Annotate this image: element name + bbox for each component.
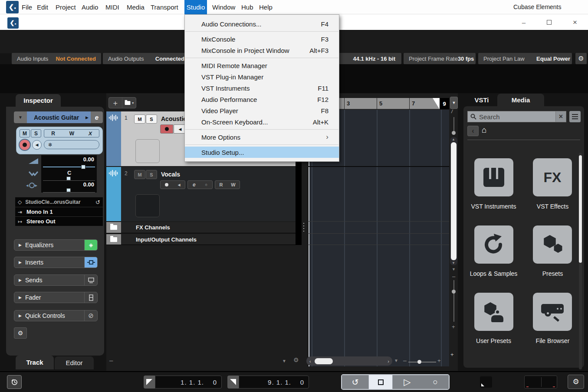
menu-project[interactable]: Project	[56, 0, 76, 14]
section-sends[interactable]: ▶ Sends	[14, 274, 98, 286]
stop-button[interactable]	[368, 375, 392, 389]
section-quick-controls[interactable]: ▶ Quick Controls ⊘	[14, 310, 98, 321]
track-preset-button[interactable]: ▾	[122, 98, 136, 108]
tab-vsti[interactable]: VSTi	[469, 94, 495, 107]
play-button[interactable]: ▷	[404, 377, 411, 387]
status-audio-outputs[interactable]: Audio Outputs Connected	[103, 53, 190, 64]
tempo-display[interactable]	[524, 376, 557, 389]
track-mute-button[interactable]: M	[134, 170, 145, 179]
menu-studio[interactable]: Studio	[184, 0, 207, 14]
tab-inspector[interactable]: Inspector	[16, 94, 61, 107]
menu-item-onscreen-keyboard[interactable]: On-Screen Keyboard...Alt+K	[185, 116, 339, 127]
scroll-up-icon[interactable]: ▲	[452, 137, 455, 141]
menu-midi[interactable]: MIDI	[105, 0, 119, 14]
fader-state-icon[interactable]	[84, 292, 97, 303]
ruler-options-icon[interactable]: ▼	[450, 97, 458, 109]
record-enable-button[interactable]	[19, 139, 31, 151]
section-fader[interactable]: ▶ Fader	[14, 292, 98, 303]
read-button[interactable]: R	[219, 182, 223, 187]
write-button[interactable]: W	[69, 131, 74, 137]
menu-item-studio-setup[interactable]: Studio Setup...	[185, 147, 339, 158]
back-icon[interactable]: ‹	[467, 126, 479, 136]
clock-icon[interactable]	[7, 376, 21, 389]
track-picture[interactable]	[135, 139, 160, 163]
equalizer-state-icon[interactable]: ◈	[84, 240, 97, 250]
track-row-vocals[interactable]: 2 M S Vocals ◀ e ○ R W	[106, 167, 296, 221]
menu-transport[interactable]: Transport	[151, 0, 178, 14]
tab-media[interactable]: Media	[497, 94, 544, 107]
home-icon[interactable]: ⌂	[482, 125, 486, 135]
h-zoom-thumb[interactable]	[417, 360, 421, 364]
mute-button[interactable]: M	[20, 129, 30, 137]
edit-channel-button[interactable]: e	[193, 182, 196, 188]
track-color-strip[interactable]	[106, 167, 121, 221]
zoom-in-label[interactable]: +	[437, 357, 441, 364]
minimize-button[interactable]: –	[517, 17, 530, 28]
waveform-zoom-thumb[interactable]	[452, 131, 456, 135]
track-name[interactable]: Vocals	[161, 171, 180, 178]
close-button[interactable]: ×	[568, 17, 581, 28]
section-equalizers[interactable]: ▶ Equalizers ◈	[14, 239, 98, 251]
project-end-marker[interactable]	[433, 98, 440, 109]
scroll-left-icon[interactable]: ‹	[309, 359, 311, 364]
inspector-track-name[interactable]: Acoustic Guitar ▶	[27, 111, 91, 123]
sends-state-icon[interactable]	[84, 275, 97, 285]
menu-item-audio-performance[interactable]: Audio PerformanceF12	[185, 94, 339, 105]
left-locator-display[interactable]: 1. 1. 1. 0	[155, 376, 222, 389]
search-box[interactable]: ×	[467, 111, 566, 122]
cycle-button[interactable]: ↻	[342, 375, 368, 389]
menu-edit[interactable]: Edit	[37, 0, 48, 14]
menu-item-mixconsole-project-window[interactable]: MixConsole in Project WindowAlt+F3	[185, 45, 339, 56]
track-record-button[interactable]	[160, 124, 173, 134]
track-color-strip[interactable]	[106, 111, 121, 166]
menu-audio[interactable]: Audio	[82, 0, 98, 14]
scroll-thumb[interactable]	[579, 155, 582, 263]
record-button[interactable]: ○	[433, 377, 437, 387]
track-mute-button[interactable]: M	[134, 114, 145, 124]
volume-thumb[interactable]	[81, 165, 85, 169]
menu-help[interactable]: Help	[259, 0, 273, 14]
add-track-button[interactable]: ＋	[109, 98, 122, 108]
folder-row-fx-channels[interactable]: FX Channels	[106, 222, 296, 233]
scroll-thumb[interactable]	[451, 142, 457, 260]
grid-zoom-in-label[interactable]: +	[450, 351, 454, 358]
left-locator-flag-icon[interactable]	[144, 376, 155, 389]
quick-controls-state-icon[interactable]: ⊘	[84, 310, 97, 321]
insert-state-icon[interactable]: ○	[205, 183, 207, 187]
media-scrollbar[interactable]	[579, 153, 582, 369]
menu-item-video-player[interactable]: Video PlayerF8	[185, 105, 339, 116]
status-pan-law[interactable]: Project Pan Law Equal Power	[478, 53, 572, 64]
status-audio-inputs[interactable]: Audio Inputs Not Connected	[12, 53, 101, 64]
input-routing-row[interactable]: ⇥ Mono In 1	[15, 207, 103, 216]
tile-vst-instruments[interactable]	[474, 158, 513, 196]
speaker-icon[interactable]: ◀	[177, 183, 180, 187]
search-input[interactable]	[479, 113, 544, 121]
h-zoom-slider[interactable]	[408, 362, 436, 363]
results-list-icon[interactable]	[569, 111, 581, 122]
track-preset-row[interactable]: ◇ StudioCle...orusGuitar ↺	[15, 197, 103, 207]
tile-user-presets[interactable]	[474, 293, 513, 331]
scroll-down-icon[interactable]: ▼	[452, 261, 455, 265]
edit-channel-button[interactable]: e	[91, 111, 103, 123]
horizontal-scrollbar[interactable]: ‹ ›	[306, 356, 392, 366]
menu-hub[interactable]: Hub	[241, 0, 253, 14]
track-solo-button[interactable]: S	[146, 170, 157, 179]
right-locator-flag-icon[interactable]	[227, 376, 239, 389]
tile-vst-effects[interactable]: FX	[533, 158, 572, 196]
tab-editor[interactable]: Editor	[55, 356, 94, 369]
tab-track[interactable]: Track	[16, 356, 54, 369]
clear-search-icon[interactable]: ×	[555, 111, 566, 122]
solo-button[interactable]: S	[31, 129, 41, 137]
volume-slider[interactable]	[43, 167, 95, 167]
status-frame-rate[interactable]: Project Frame Rate 30 fps	[404, 53, 476, 64]
maximize-button[interactable]	[542, 17, 555, 28]
freeze-pill[interactable]: ❄	[44, 140, 99, 149]
waveform-zoom-slider[interactable]	[453, 117, 454, 133]
monitor-button[interactable]: ◀	[32, 140, 42, 150]
scroll-right-icon[interactable]: ›	[388, 359, 389, 364]
track-solo-button[interactable]: S	[146, 114, 157, 124]
pan-thumb[interactable]	[66, 176, 71, 180]
zone-resize-handle[interactable]	[303, 223, 305, 232]
read-button[interactable]: R	[51, 131, 55, 137]
menu-item-mixconsole[interactable]: MixConsoleF3	[185, 33, 339, 45]
